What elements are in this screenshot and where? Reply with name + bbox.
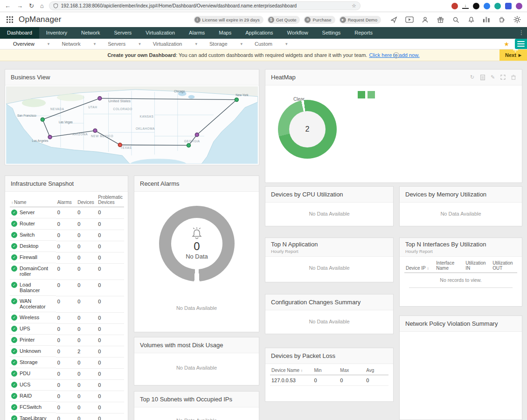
infrastructure-row[interactable]: ✓PDU 0 0 0 [10,368,124,379]
infrastructure-row[interactable]: ✓RAID 0 0 0 [10,391,124,402]
map-node-purple[interactable] [93,129,97,133]
license-badge[interactable]: iLicense will expire in 29 days [194,16,264,24]
infrastructure-row[interactable]: ✓Printer 0 0 0 [10,335,124,346]
map-node-green[interactable] [235,98,238,102]
infrastructure-row[interactable]: ✓Desktop 0 0 0 [10,241,124,252]
chevron-down-icon[interactable]: ▾ [139,42,141,46]
infrastructure-row[interactable]: ✓FCSwitch 0 0 0 [10,402,124,413]
nav-item[interactable]: Virtualization [139,27,182,39]
apple-icon[interactable] [473,3,479,9]
search-icon[interactable] [451,15,460,24]
nav-item[interactable]: Alarms [182,27,212,39]
whats-new-icon[interactable] [390,15,398,24]
export-icon[interactable] [479,74,485,80]
chevron-down-icon[interactable]: ▾ [195,42,197,46]
infrastructure-row[interactable]: ✓Unknown 0 2 0 [10,346,124,357]
purchase-badge[interactable]: ¤Purchase [304,16,335,24]
infrastructure-row[interactable]: ✓Storage 0 0 0 [10,357,124,368]
infrastructure-row[interactable]: ✓WAN Accelerator 0 0 0 [10,296,124,312]
infrastructure-row[interactable]: ✓Switch 0 0 0 [10,230,124,241]
banner-next-button[interactable]: Next ▶ [499,49,527,61]
browser-url-bar[interactable]: 192.168.1.238:8060/apiclient/ember/index… [49,1,361,10]
coffee-support-icon[interactable] [498,15,506,24]
site-info-icon[interactable] [53,3,58,8]
nav-item[interactable]: Network [74,27,107,39]
dashboard-tab[interactable]: Network ▾ [55,41,101,47]
request-demo-badge[interactable]: ▸Request Demo [339,16,381,24]
infrastructure-row[interactable]: ✓TapeLibrary 0 0 0 [10,413,124,420]
extension-icon-red[interactable] [451,3,458,9]
apps-grid-icon[interactable] [6,15,14,24]
business-view-map[interactable]: United States NEVADA UTAH COLORADO KANSA… [5,85,259,166]
heatmap-donut[interactable]: 2 [278,100,337,159]
edit-icon[interactable]: ✎ [490,74,496,80]
map-node-green[interactable] [41,118,44,121]
infrastructure-row[interactable]: ✓DomainController 0 0 0 [10,263,124,280]
demo-icon: ▸ [340,17,346,23]
recent-alarms-donut[interactable]: 0 No Data [159,206,235,281]
nav-overflow-icon[interactable]: ⋮ [516,27,527,39]
map-node-purple[interactable] [195,133,199,137]
sort-icon[interactable]: ↕ [427,266,429,271]
extension-icon-blue[interactable] [484,3,490,9]
chevron-down-icon[interactable]: ▾ [241,42,243,46]
get-quote-badge[interactable]: $Get Quote [267,16,300,24]
banner-close-icon[interactable]: ✕ [393,52,399,58]
dashboard-tab[interactable]: Virtualization ▾ [146,41,203,47]
browser-back-icon[interactable]: ← [5,0,11,12]
dashboard-tab[interactable]: Custom ▾ [248,41,293,47]
extension-icon-indigo[interactable] [505,3,512,9]
gift-icon[interactable] [436,15,444,24]
extension-icon-teal[interactable] [494,3,501,9]
nav-item[interactable]: Inventory [39,27,74,39]
nav-item[interactable]: Maps [212,27,238,39]
map-node-purple[interactable] [48,135,52,139]
browser-home-icon[interactable]: ⌂ [40,0,44,12]
legend-swatch[interactable] [368,91,375,98]
chevron-down-icon[interactable]: ▾ [94,42,96,46]
nav-item[interactable]: Settings [315,27,348,39]
dashboard-tab[interactable]: Servers ▾ [101,41,146,47]
map-label-state: TEXAS [120,146,132,149]
map-node-purple[interactable] [98,97,102,100]
infrastructure-row[interactable]: ✓Server 0 0 0 [10,207,124,219]
nav-item[interactable]: Applications [238,27,280,39]
downloads-icon[interactable]: ↓ [462,3,469,9]
map-node-red[interactable] [118,143,122,147]
nav-item[interactable]: Dashboard [0,27,39,39]
browser-refresh-icon[interactable]: ↻ [29,0,34,12]
infrastructure-row[interactable]: ✓Load Balancer 0 0 0 [10,280,124,296]
refresh-icon[interactable]: ↻ [469,74,475,80]
browser-forward-icon[interactable]: → [17,0,23,12]
widget-policy-violation: Network Policy Violation Summary Complia… [399,315,522,420]
bookmark-star-icon[interactable]: ☆ [352,3,356,9]
infrastructure-row[interactable]: ✓Router 0 0 0 [10,218,124,230]
delete-icon[interactable] [510,74,516,80]
status-ok-icon: ✓ [11,266,17,272]
sort-icon[interactable]: ↕ [301,369,303,373]
chevron-down-icon[interactable]: ▾ [285,42,288,46]
chevron-down-icon[interactable]: ▾ [48,42,50,46]
dashboard-tab[interactable]: Overview ▾ [7,41,55,47]
user-help-icon[interactable] [421,15,429,24]
legend-swatch[interactable] [358,91,365,98]
sort-icon[interactable]: ↕ [11,201,13,205]
video-demo-icon[interactable] [405,15,414,24]
reports-columns-icon[interactable] [482,15,491,24]
favorite-star-icon[interactable]: ★ [504,41,509,48]
infrastructure-row[interactable]: ✓Firewall 0 0 0 [10,252,124,263]
gear-icon[interactable] [513,15,521,24]
extension-icon-purple[interactable] [516,3,522,9]
infrastructure-row[interactable]: ✓UCS 0 0 0 [10,379,124,391]
nav-item[interactable]: Reports [347,27,380,39]
fullscreen-icon[interactable] [500,74,506,80]
bell-icon[interactable] [467,15,475,24]
dashboard-tab[interactable]: Storage ▾ [203,41,248,47]
add-dashboard-button[interactable]: + [515,39,527,49]
map-node-green[interactable] [187,144,191,147]
nav-item[interactable]: Servers [107,27,139,39]
infrastructure-row[interactable]: ✓Wireless 0 0 0 [10,312,124,323]
packet-loss-row[interactable]: 127.0.0.53 0 0 0 [270,375,388,386]
nav-item[interactable]: Workflow [280,27,315,39]
infrastructure-row[interactable]: ✓UPS 0 0 0 [10,323,124,335]
